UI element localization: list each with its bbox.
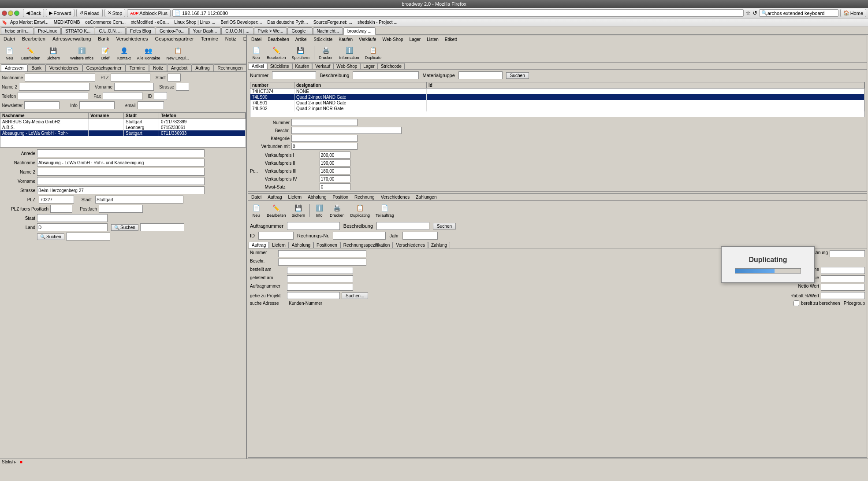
reload-button[interactable]: ↺ Reload xyxy=(76,9,103,17)
land-search-input[interactable] xyxy=(140,223,184,231)
order-nummer-input[interactable] xyxy=(278,250,366,257)
browser-tab[interactable]: C.U.O.N | ... xyxy=(221,27,253,34)
suchen-land-button[interactable]: 🔍 Suchen xyxy=(111,224,138,231)
vkp4-input[interactable] xyxy=(320,175,350,182)
order-sub-tab[interactable]: Abholung xyxy=(289,242,313,248)
article-menu-item[interactable]: Datei xyxy=(250,37,263,42)
order-menu-item[interactable]: Datei xyxy=(250,194,263,200)
id-search-input[interactable] xyxy=(154,92,167,100)
browser-tab[interactable]: Nachricht... xyxy=(313,27,343,34)
new-button[interactable]: 📄 Neu xyxy=(1,44,17,62)
total-discount-input[interactable] xyxy=(821,275,865,282)
refresh-icon[interactable]: ↺ xyxy=(753,10,757,16)
order-id-input[interactable] xyxy=(258,232,294,240)
window-max[interactable] xyxy=(14,11,19,16)
article-duplicate-button[interactable]: 📋 Duplicate xyxy=(363,44,384,61)
browser-tab[interactable]: broadway ... xyxy=(343,27,375,35)
bookmark-item[interactable]: BerliOS Developer:... xyxy=(218,19,264,25)
order-sub-tab[interactable]: Zahlung xyxy=(428,242,450,248)
auftragnummer-detail-input[interactable] xyxy=(287,284,353,291)
mwst-input[interactable] xyxy=(320,183,350,190)
vkp2-input[interactable] xyxy=(320,159,350,166)
fax-search-input[interactable] xyxy=(103,92,142,100)
left-menu-item[interactable]: Datei xyxy=(2,36,17,42)
name2-search-input[interactable] xyxy=(19,83,89,91)
contact-button[interactable]: 👤 Kontakt xyxy=(115,44,133,62)
window-close[interactable] xyxy=(2,11,7,16)
article-list-item[interactable]: 74LS02 Quad 2-input NOR Gate xyxy=(250,106,864,111)
plz-post-input[interactable] xyxy=(50,205,72,213)
browser-tab[interactable]: Your Dash... xyxy=(189,27,221,34)
article-list-item[interactable]: 74HCT374 NONE xyxy=(250,89,864,94)
bestellt-input[interactable] xyxy=(287,267,353,274)
vkp1-input[interactable] xyxy=(320,152,350,159)
letter-button[interactable]: 📝 Brief xyxy=(97,44,113,62)
plz-search-input[interactable] xyxy=(111,74,150,81)
search-input[interactable] xyxy=(767,11,836,16)
article-list-item[interactable]: 74LS00 Quad 2-input NAND Gate xyxy=(250,94,864,100)
article-menu-item[interactable]: Etikett xyxy=(443,37,458,42)
bereit-checkbox[interactable] xyxy=(793,300,799,306)
article-list-item[interactable]: 74LS01 Quad 2-input NAND Gate xyxy=(250,100,864,106)
browser-tab[interactable]: Gentoo-Po... xyxy=(156,27,189,34)
order-menu-item[interactable]: Auftrag xyxy=(266,194,283,200)
bookmark-item[interactable]: xtcModified - eCo... xyxy=(129,19,171,25)
order-menu-item[interactable]: Abholung xyxy=(306,194,328,200)
article-menu-item[interactable]: Verkäufe xyxy=(358,37,377,42)
left-sub-tab[interactable]: Notiz xyxy=(149,64,167,71)
order-menu-item[interactable]: Zahlungen xyxy=(414,194,438,200)
stadt-detail-input[interactable] xyxy=(95,196,183,204)
order-edit-button[interactable]: ✏️ Bearbeiten xyxy=(264,202,288,219)
left-sub-tab[interactable]: Adressen xyxy=(1,64,27,71)
auftragsnr-input[interactable] xyxy=(287,222,340,230)
article-menu-item[interactable]: Artikel xyxy=(294,37,309,42)
left-menu-item[interactable]: Gesprächspartner xyxy=(153,36,196,42)
postfach-input[interactable] xyxy=(99,205,143,213)
order-info-button[interactable]: ℹ️ Info xyxy=(312,202,326,219)
telefon-search-input[interactable] xyxy=(18,92,88,100)
jahr-input[interactable] xyxy=(402,232,438,240)
article-sub-tab[interactable]: Web-Shop xyxy=(333,63,360,69)
extra-input[interactable] xyxy=(66,233,110,240)
article-sub-tab[interactable]: Lager xyxy=(360,63,378,69)
bookmark-item[interactable]: osCommerce Com... xyxy=(83,19,128,25)
article-print-button[interactable]: 🖨️ Drucken xyxy=(317,44,336,61)
order-beschr-input[interactable] xyxy=(376,222,429,230)
article-edit-button[interactable]: ✏️ Bearbeiten xyxy=(264,44,288,61)
artikel-kategorie-input[interactable] xyxy=(291,135,358,142)
left-menu-item[interactable]: Verschiedenes xyxy=(114,36,149,42)
order-sub-tab[interactable]: Auftrag xyxy=(249,242,269,248)
save-button[interactable]: 💾 Sichern xyxy=(45,44,63,62)
left-menu-item[interactable]: Termine xyxy=(199,36,220,42)
left-sub-tab[interactable]: Bank xyxy=(27,64,45,71)
article-sub-tab[interactable]: Verkauf xyxy=(312,63,333,69)
beschreibung-search-input[interactable] xyxy=(353,71,419,79)
projekt-suchen-button[interactable]: Suchen... xyxy=(342,292,368,299)
left-sub-tab[interactable]: Rechnungen xyxy=(214,64,247,71)
adblock-button[interactable]: ABP Adblock Plus xyxy=(127,9,171,17)
bookmark-item[interactable]: SourceForge.net: ... xyxy=(311,19,354,25)
address-input[interactable] xyxy=(182,11,741,16)
staat-input[interactable] xyxy=(37,214,108,222)
order-beschr-detail-input[interactable] xyxy=(278,259,366,266)
article-menu-item[interactable]: Listen xyxy=(425,37,440,42)
order-save-button[interactable]: 💾 Sichern xyxy=(290,202,308,219)
nachname-detail-input[interactable] xyxy=(37,159,205,166)
back-button[interactable]: ◀ Back xyxy=(23,9,44,17)
artikel-nummer-input[interactable] xyxy=(291,119,358,126)
article-menu-item[interactable]: Bearbeiten xyxy=(266,37,290,42)
new-enquiry-button[interactable]: 📋 New Enqui... xyxy=(164,44,191,62)
article-save-button[interactable]: 💾 Speichern xyxy=(290,44,312,61)
left-menu-item[interactable]: Notiz xyxy=(224,36,238,42)
article-info-button[interactable]: ℹ️ Information xyxy=(337,44,361,61)
article-menu-item[interactable]: Lager xyxy=(408,37,422,42)
edit-button[interactable]: ✏️ Bearbeiten xyxy=(19,44,43,62)
order-menu-item[interactable]: Position xyxy=(331,194,350,200)
forward-button[interactable]: ▶ Forward xyxy=(46,9,74,17)
projekt-input[interactable] xyxy=(287,292,340,299)
list-item[interactable]: Absaugung - LoWa GmbH · Rohr- Stuttgart … xyxy=(0,130,246,136)
browser-tab[interactable]: C.U.O.N. ... xyxy=(95,27,126,34)
verbunden-input[interactable] xyxy=(291,143,358,150)
address-bar[interactable]: 📄 xyxy=(172,9,744,17)
article-menu-item[interactable]: Stückliste xyxy=(313,37,334,42)
